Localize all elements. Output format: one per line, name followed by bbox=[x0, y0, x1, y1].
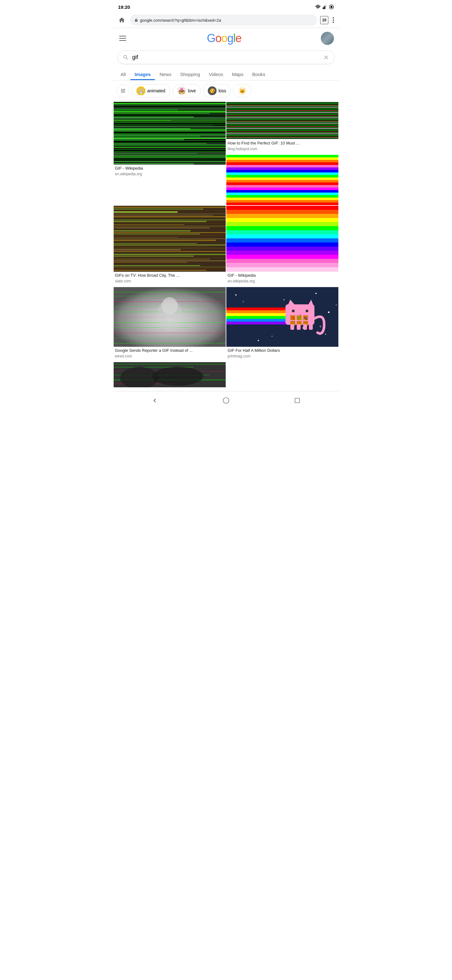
svg-rect-86 bbox=[226, 189, 338, 192]
filter-icon bbox=[120, 88, 126, 94]
svg-rect-15 bbox=[114, 119, 226, 119]
svg-rect-183 bbox=[226, 321, 290, 325]
tab-videos[interactable]: Videos bbox=[205, 68, 228, 80]
svg-rect-121 bbox=[114, 253, 203, 253]
image-item-2[interactable] bbox=[226, 155, 338, 205]
image-thumb-1 bbox=[226, 102, 338, 140]
svg-rect-152 bbox=[114, 296, 178, 296]
google-logo: Google bbox=[207, 32, 241, 45]
svg-rect-160 bbox=[114, 338, 210, 338]
svg-rect-13 bbox=[114, 115, 226, 116]
svg-rect-18 bbox=[114, 124, 213, 125]
image-caption-0: GIF - Wikipedia en.wikipedia.org bbox=[114, 165, 226, 179]
browser-menu-button[interactable] bbox=[331, 16, 335, 24]
svg-rect-80 bbox=[226, 170, 338, 174]
search-input[interactable] bbox=[132, 54, 320, 60]
home-nav-button[interactable] bbox=[221, 396, 231, 405]
svg-rect-93 bbox=[114, 208, 203, 210]
svg-rect-140 bbox=[226, 230, 338, 234]
svg-rect-32 bbox=[114, 150, 226, 152]
hamburger-menu[interactable] bbox=[118, 35, 127, 42]
svg-rect-138 bbox=[226, 222, 338, 226]
svg-rect-77 bbox=[226, 161, 338, 164]
back-button[interactable] bbox=[150, 396, 159, 405]
chip-cat[interactable]: 🐱 bbox=[233, 84, 251, 97]
svg-rect-106 bbox=[114, 229, 226, 230]
tab-all[interactable]: All bbox=[116, 68, 130, 80]
home-button[interactable] bbox=[117, 15, 127, 25]
filter-settings-chip[interactable] bbox=[117, 84, 129, 97]
svg-rect-143 bbox=[226, 242, 338, 247]
image-item-4[interactable]: GIF - Wikipedia en.wikipedia.org bbox=[226, 206, 338, 286]
svg-rect-42 bbox=[226, 104, 338, 105]
svg-rect-10 bbox=[114, 109, 178, 110]
image-thumb-7 bbox=[114, 362, 226, 387]
svg-rect-126 bbox=[114, 260, 226, 261]
svg-rect-154 bbox=[114, 307, 203, 307]
svg-rect-2 bbox=[325, 6, 325, 9]
user-avatar[interactable] bbox=[321, 32, 334, 45]
status-bar: 19:20 bbox=[113, 0, 339, 13]
svg-rect-92 bbox=[114, 207, 226, 208]
svg-rect-151 bbox=[114, 292, 226, 293]
svg-rect-84 bbox=[226, 183, 338, 186]
tab-shopping[interactable]: Shopping bbox=[176, 68, 205, 80]
svg-point-165 bbox=[235, 294, 237, 296]
svg-text:+: + bbox=[319, 324, 322, 329]
clear-icon[interactable] bbox=[323, 54, 329, 60]
svg-rect-17 bbox=[114, 122, 226, 123]
svg-rect-142 bbox=[226, 239, 338, 242]
tab-images[interactable]: Images bbox=[130, 68, 155, 80]
image-item-7[interactable] bbox=[114, 362, 226, 387]
svg-point-163 bbox=[162, 297, 178, 315]
filter-chips: 🐰 animated 💑 love 😘 kiss 🐱 bbox=[113, 80, 339, 101]
image-item-3[interactable]: GIFs on TV: How Broad City, The ... slat… bbox=[114, 206, 226, 286]
svg-point-5 bbox=[330, 6, 333, 8]
lock-icon bbox=[134, 18, 138, 22]
search-bar[interactable] bbox=[117, 51, 335, 64]
tab-maps[interactable]: Maps bbox=[228, 68, 248, 80]
svg-rect-28 bbox=[114, 143, 206, 144]
tab-news[interactable]: News bbox=[155, 68, 176, 80]
svg-point-168 bbox=[328, 311, 330, 313]
svg-rect-203 bbox=[309, 324, 312, 330]
svg-rect-112 bbox=[114, 239, 226, 239]
image-source-0: en.wikipedia.org bbox=[115, 172, 224, 176]
svg-rect-125 bbox=[114, 259, 210, 260]
recents-button[interactable] bbox=[293, 396, 302, 405]
chip-kiss-label: kiss bbox=[219, 88, 226, 93]
svg-rect-158 bbox=[114, 327, 190, 328]
chip-kiss[interactable]: 😘 kiss bbox=[203, 84, 231, 97]
svg-rect-19 bbox=[114, 126, 226, 127]
image-caption-4: GIF - Wikipedia en.wikipedia.org bbox=[226, 272, 338, 286]
image-caption-6: GIF For Half A Million Dollars printmag.… bbox=[226, 347, 338, 361]
tab-books[interactable]: Books bbox=[248, 68, 270, 80]
svg-rect-30 bbox=[114, 147, 226, 148]
svg-point-171 bbox=[325, 334, 326, 334]
image-source-1: blog.hubspot.com bbox=[228, 147, 337, 151]
svg-rect-191 bbox=[290, 315, 295, 320]
svg-rect-102 bbox=[114, 223, 226, 224]
svg-rect-54 bbox=[226, 118, 338, 118]
image-item-1[interactable]: How to Find the Perfect GIF: 10 Must ...… bbox=[226, 102, 338, 154]
svg-rect-62 bbox=[226, 126, 338, 127]
svg-rect-87 bbox=[226, 192, 338, 196]
tab-counter[interactable]: 10 bbox=[320, 16, 328, 24]
chip-animated[interactable]: 🐰 animated bbox=[132, 84, 170, 97]
svg-rect-44 bbox=[226, 107, 338, 107]
image-item-0[interactable]: GIF - Wikipedia en.wikipedia.org bbox=[114, 102, 226, 205]
svg-rect-149 bbox=[226, 267, 338, 272]
svg-rect-101 bbox=[114, 221, 206, 222]
svg-rect-118 bbox=[114, 248, 226, 248]
url-bar[interactable]: google.com/search?q=gif&tbm=isch&ved=2a bbox=[130, 14, 317, 26]
image-thumb-6: + + + ✦ ✦ bbox=[226, 287, 338, 347]
image-item-6[interactable]: + + + ✦ ✦ bbox=[226, 287, 338, 361]
svg-rect-49 bbox=[226, 112, 284, 113]
svg-rect-45 bbox=[226, 108, 322, 108]
chip-love[interactable]: 💑 love bbox=[173, 84, 201, 97]
svg-rect-113 bbox=[114, 240, 216, 241]
svg-rect-25 bbox=[114, 138, 226, 138]
svg-rect-33 bbox=[114, 153, 197, 154]
image-item-5[interactable]: Google Sends Reporter a GIF Instead of .… bbox=[114, 287, 226, 361]
svg-rect-11 bbox=[114, 111, 226, 112]
